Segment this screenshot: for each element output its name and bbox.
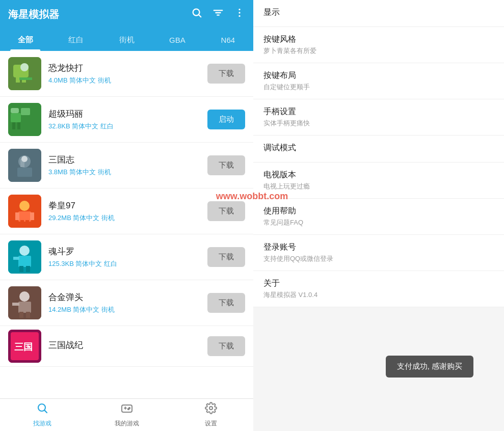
app-title: 海星模拟器 — [8, 8, 191, 21]
svg-point-7 — [238, 15, 240, 17]
top-bar: 海星模拟器 — [0, 0, 253, 29]
filter-icon[interactable] — [213, 7, 224, 21]
game-meta: 29.2MB 简体中文 街机 — [48, 213, 207, 223]
svg-rect-19 — [11, 108, 19, 113]
find-games-icon — [36, 402, 48, 417]
settings-item-help[interactable]: 使用帮助 常见问题FAQ — [253, 199, 504, 235]
svg-rect-30 — [15, 212, 19, 220]
settings-item-about[interactable]: 关于 海星模拟器 V1.0.4 — [253, 271, 504, 307]
settings-item-gamepad[interactable]: 手柄设置 实体手柄更痛快 — [253, 99, 504, 136]
settings-title: 登录账号 — [263, 242, 494, 253]
nav-mygames[interactable]: 我的游戏 — [85, 399, 169, 431]
game-thumb — [8, 149, 41, 182]
download-button[interactable]: 下载 — [207, 64, 245, 84]
settings-item-keystyle[interactable]: 按键风格 萝卜青菜各有所爱 — [253, 27, 504, 63]
settings-item-tv[interactable]: 电视版本 电视上玩更过瘾 — [253, 163, 504, 199]
game-thumb — [8, 240, 41, 274]
svg-point-5 — [238, 9, 240, 10]
nav-find[interactable]: 找游戏 — [0, 399, 85, 431]
settings-icon — [205, 402, 217, 417]
nav-find-label: 找游戏 — [33, 419, 51, 428]
settings-item-login[interactable]: 登录账号 支持使用QQ或微信登录 — [253, 235, 504, 271]
list-item: 拳皇97 29.2MB 简体中文 街机 下载 — [0, 188, 253, 234]
svg-point-24 — [21, 156, 28, 162]
settings-item-debug[interactable]: 调试模式 — [253, 136, 504, 163]
my-games-icon — [121, 402, 133, 417]
settings-title: 调试模式 — [263, 143, 494, 153]
game-info: 恐龙快打 4.0MB 简体中文 街机 — [48, 62, 207, 85]
search-icon[interactable] — [191, 7, 202, 21]
game-action: 下载 — [207, 201, 245, 221]
svg-rect-15 — [11, 113, 21, 122]
list-item: 三国志 3.8MB 简体中文 街机 下载 — [0, 143, 253, 188]
game-action: 启动 — [207, 110, 245, 129]
svg-rect-13 — [19, 77, 32, 80]
tab-n64[interactable]: N64 — [203, 29, 253, 51]
svg-line-1 — [199, 15, 201, 17]
nav-mygames-label: 我的游戏 — [115, 419, 139, 428]
more-icon[interactable] — [234, 7, 245, 21]
game-thumb: 三国 — [8, 330, 41, 363]
settings-item-display[interactable]: 显示 — [253, 0, 504, 27]
svg-rect-31 — [30, 212, 34, 220]
svg-rect-17 — [12, 122, 15, 129]
settings-title: 电视版本 — [263, 170, 494, 180]
top-bar-icons — [191, 7, 245, 21]
svg-point-26 — [19, 201, 30, 211]
svg-point-51 — [127, 409, 128, 410]
list-item: 超级玛丽 32.8KB 简体中文 红白 启动 — [0, 97, 253, 143]
download-button[interactable]: 下载 — [207, 201, 245, 221]
settings-sub: 自定键位更顺手 — [263, 83, 494, 92]
svg-point-33 — [19, 246, 30, 256]
svg-rect-37 — [13, 257, 19, 260]
game-title: 三国志 — [48, 154, 207, 166]
svg-rect-49 — [122, 405, 132, 412]
svg-point-12 — [20, 63, 29, 71]
game-meta: 32.8KB 简体中文 红白 — [48, 122, 207, 131]
game-info: 魂斗罗 125.3KB 简体中文 红白 — [48, 246, 207, 268]
settings-sub: 海星模拟器 V1.0.4 — [263, 290, 494, 300]
game-meta: 14.2MB 简体中文 街机 — [48, 305, 207, 314]
game-thumb — [8, 195, 41, 228]
tab-arcade[interactable]: 街机 — [101, 29, 152, 51]
bottom-nav: 找游戏 我的游戏 设置 — [0, 398, 253, 431]
left-panel: 海星模拟器 全部 红白 街机 GBA N64 恐龙快打 — [0, 0, 253, 431]
list-item: 魂斗罗 125.3KB 简体中文 红白 下载 — [0, 234, 253, 280]
settings-title: 手柄设置 — [263, 106, 494, 117]
game-action: 下载 — [207, 155, 245, 175]
download-button[interactable]: 下载 — [207, 336, 245, 356]
settings-title: 按键布局 — [263, 70, 494, 81]
game-title: 拳皇97 — [48, 200, 207, 211]
settings-sub: 常见问题FAQ — [263, 218, 494, 227]
svg-rect-18 — [17, 122, 20, 129]
svg-text:三国: 三国 — [14, 342, 33, 352]
svg-rect-36 — [26, 266, 30, 272]
settings-title: 显示 — [263, 7, 494, 18]
settings-sub: 支持使用QQ或微信登录 — [263, 254, 494, 263]
download-button[interactable]: 下载 — [207, 155, 245, 175]
nav-settings[interactable]: 设置 — [169, 399, 253, 431]
game-meta: 125.3KB 简体中文 红白 — [48, 259, 207, 268]
game-info: 拳皇97 29.2MB 简体中文 街机 — [48, 200, 207, 223]
tab-all[interactable]: 全部 — [0, 29, 50, 51]
tab-fc[interactable]: 红白 — [50, 29, 101, 51]
download-button[interactable]: 下载 — [207, 247, 245, 267]
list-item: 合金弹头 14.2MB 简体中文 街机 下载 — [0, 280, 253, 326]
launch-button[interactable]: 启动 — [207, 110, 245, 129]
tab-gba[interactable]: GBA — [152, 29, 202, 51]
settings-sub: 萝卜青菜各有所爱 — [263, 46, 494, 56]
svg-rect-42 — [26, 312, 30, 318]
settings-sub: 电视上玩更过瘾 — [263, 182, 494, 191]
game-thumb — [8, 103, 41, 136]
svg-point-52 — [209, 407, 213, 410]
svg-point-39 — [19, 291, 30, 302]
svg-line-48 — [44, 411, 46, 413]
download-button[interactable]: 下载 — [207, 293, 245, 313]
settings-item-keylayout[interactable]: 按键布局 自定键位更顺手 — [253, 63, 504, 99]
svg-rect-35 — [19, 266, 23, 272]
game-action: 下载 — [207, 336, 245, 356]
tabs-bar: 全部 红白 街机 GBA N64 — [0, 29, 253, 51]
game-list: 恐龙快打 4.0MB 简体中文 街机 下载 超级玛丽 32.8KB 简体中文 红… — [0, 51, 253, 398]
game-title: 超级玛丽 — [48, 108, 207, 120]
game-title: 恐龙快打 — [48, 62, 207, 74]
